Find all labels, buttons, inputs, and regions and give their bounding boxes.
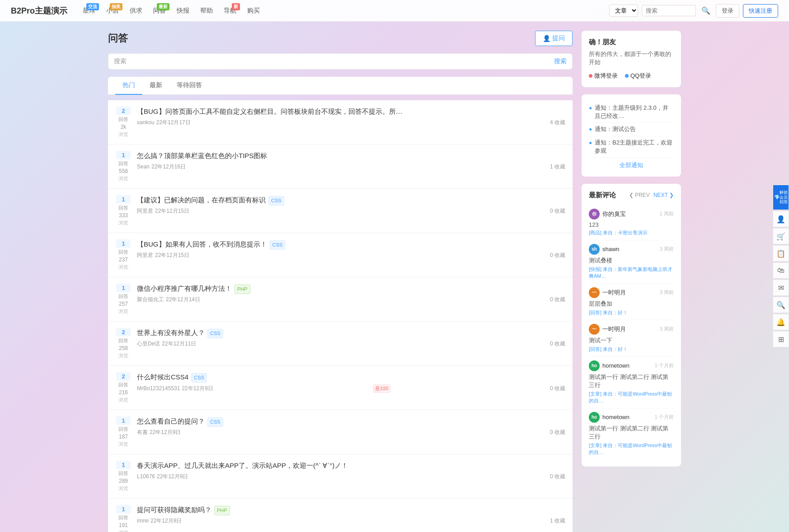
page-header: 问答 👤 提问: [108, 31, 573, 46]
nav-item-shop[interactable]: 小店 抽奖: [102, 5, 123, 17]
table-row: 1 回答 187 浏览 怎么查看自己的提问？CSS 有書 22年12月9日 0 …: [108, 410, 573, 454]
search-edge-icon: 🔍: [776, 301, 785, 309]
comments-next-btn[interactable]: NEXT ❯: [653, 192, 674, 198]
vip-button[interactable]: 💎 解锁会员权限: [773, 185, 789, 210]
avatar: ho: [589, 412, 600, 423]
nav-item-supply[interactable]: 供求: [125, 5, 147, 17]
nav-item-help[interactable]: 帮助: [196, 5, 217, 17]
search-edge-button[interactable]: 🔍: [773, 297, 789, 313]
cart-button[interactable]: 🛒: [773, 228, 789, 244]
q-body: 微信小程序推广有哪几种方法！PHP 聚合猫化工 22年12月14日 0 收藏: [137, 284, 565, 303]
qq-dot-icon: [625, 74, 629, 78]
nav-items: 星球 交流 小店 抽奖 供求 问答 最新 快报 帮助 导航 新 购买: [78, 5, 609, 17]
q-title[interactable]: 怎么搞？顶部菜单栏蓝色红色的小TIPS图标: [137, 151, 565, 161]
comment-user-row: ho hometown 1 个月前: [589, 412, 674, 423]
q-body: 怎么查看自己的提问？CSS 有書 22年12月9日 0 收藏: [137, 416, 565, 436]
nav-item-qa[interactable]: 问答 最新: [149, 5, 170, 17]
vip-icon: 💎: [774, 195, 780, 200]
avatar: 你: [589, 209, 600, 219]
q-stats: 1 回答 289 浏览: [115, 461, 132, 492]
q-title[interactable]: 【BUG】如果有人回答，收不到消息提示！CSS: [137, 239, 565, 250]
top-navigation: B2Pro主题演示 星球 交流 小店 抽奖 供求 问答 最新 快报 帮助 导航 …: [0, 0, 789, 22]
sidebar-motto: 所有的伟大，都源于一个勇敢的开始: [589, 50, 674, 66]
tab-hot[interactable]: 热门: [115, 77, 142, 95]
bag-button[interactable]: 🛍: [773, 262, 789, 279]
comment-source[interactable]: [回答] 来自：好！: [589, 346, 674, 353]
grid-button[interactable]: ⊞: [773, 331, 789, 347]
cart-icon: 🛒: [776, 232, 785, 241]
q-title[interactable]: 什么时候出CSS4CSS: [137, 372, 565, 383]
nav-search-area: 文章 🔍 登录 快速注册: [609, 4, 778, 18]
notice-text: 通知：主题升级到 2.3.0，并且已经改…: [595, 104, 674, 120]
list-item[interactable]: ● 通知：主题升级到 2.3.0，并且已经改…: [589, 102, 674, 123]
q-meta: MrBo1232145531 22年12月9日 悬100 0 收藏: [137, 384, 565, 393]
nav-search-button[interactable]: 🔍: [700, 5, 712, 17]
profile-button[interactable]: 👤: [773, 211, 789, 227]
notice-dot-icon: ●: [589, 105, 592, 111]
table-row: 1 回答 558 浏览 怎么搞？顶部菜单栏蓝色红色的小TIPS图标 Sean 2…: [108, 145, 573, 189]
register-button[interactable]: 快速注册: [743, 4, 778, 18]
q-title[interactable]: 【建议】已解决的问题，在存档页面有标识CSS: [137, 195, 565, 205]
q-title[interactable]: 【BUG】问答页面小工具不能自定义右侧栏目。问答板块前台不现实，回答不提示。所…: [137, 107, 565, 117]
comment-text: 层层叠加: [589, 300, 674, 308]
q-title[interactable]: 世界上有没有外星人？CSS: [137, 328, 565, 338]
page-title: 问答: [108, 32, 128, 45]
weibo-login-btn[interactable]: 微博登录: [589, 72, 618, 80]
nav-item-news[interactable]: 快报: [172, 5, 194, 17]
vip-label: 解锁会员权限: [780, 190, 788, 205]
ask-question-button[interactable]: 👤 提问: [535, 31, 573, 46]
q-stats: 1 回答 191 浏览: [115, 505, 132, 532]
q-tag: PHP: [235, 285, 250, 294]
comment-source[interactable]: [文章] 来自：可能是WordPress中最刨的自…: [589, 442, 674, 456]
qq-login-btn[interactable]: QQ登录: [625, 72, 651, 80]
avatar: 一: [589, 324, 600, 335]
q-title[interactable]: 提问可获得隐藏奖励吗？PHP: [137, 505, 565, 515]
nav-item-help-label: 帮助: [200, 7, 213, 14]
q-answers-count: 2: [116, 372, 131, 381]
q-stats: 1 回答 237 浏览: [115, 239, 132, 271]
social-login: 微博登录 QQ登录: [589, 72, 674, 80]
search-submit[interactable]: 搜索: [554, 57, 567, 65]
q-body: 【建议】已解决的问题，在存档页面有标识CSS 阿里君 22年12月15日 0 收…: [137, 195, 565, 215]
q-title[interactable]: 怎么查看自己的提问？CSS: [137, 416, 565, 427]
q-tag: CSS: [270, 240, 286, 250]
notices-card: ● 通知：主题升级到 2.3.0，并且已经改… ● 通知：测试公告 ● 通知：B…: [582, 94, 681, 177]
q-title[interactable]: 微信小程序推广有哪几种方法！PHP: [137, 284, 565, 294]
nav-item-nav[interactable]: 导航 新: [219, 5, 241, 17]
comment-source[interactable]: [快报] 来自：新年新气象新电脑上班才爽AM…: [589, 266, 674, 280]
q-body: 世界上有没有外星人？CSS 心里De话 22年12月11日 0 收藏: [137, 328, 565, 348]
login-button[interactable]: 登录: [716, 4, 739, 18]
tab-latest[interactable]: 最新: [142, 77, 169, 95]
nav-search-input[interactable]: [642, 5, 696, 16]
refresh-button[interactable]: 🔔: [773, 314, 789, 330]
list-item: ho hometown 1 个月前 测试第一行 测试第二行 测试第三行 [文章]…: [589, 408, 674, 459]
comment-user-row: 一 一时明月 3 周前: [589, 324, 674, 335]
comment-source[interactable]: [回答] 来自：好！: [589, 309, 674, 316]
notice-text: 通知：测试公告: [595, 125, 636, 133]
comment-source[interactable]: [文章] 来自：可能是WordPress中最刨的自…: [589, 391, 674, 404]
nav-item-star[interactable]: 星球 交流: [78, 5, 100, 17]
mail-button[interactable]: ✉: [773, 280, 789, 296]
list-item[interactable]: ● 通知：测试公告: [589, 123, 674, 136]
site-logo: B2Pro主题演示: [11, 5, 67, 16]
nav-item-buy[interactable]: 购买: [243, 5, 264, 17]
nav-search-type[interactable]: 文章: [609, 5, 638, 17]
q-reward: 悬100: [373, 384, 390, 393]
comments-title: 最新评论: [589, 191, 616, 200]
list-item[interactable]: ● 通知：B2主题接近完工，欢迎参观: [589, 136, 674, 158]
q-title[interactable]: 春天演示APP、过几天就出来APP了。演示站APP，欢迎一(^` ∀`°)ノ！: [137, 461, 565, 471]
notice-more-link[interactable]: 全部通知: [589, 161, 674, 169]
list-item: 一 一时明月 3 周前 测试一下 [回答] 来自：好！: [589, 320, 674, 357]
tab-waiting[interactable]: 等待回答: [169, 77, 209, 95]
refresh-icon: 🔔: [776, 318, 785, 327]
table-row: 1 回答 333 浏览 【建议】已解决的问题，在存档页面有标识CSS 阿里君 2…: [108, 189, 573, 233]
comment-user-row: sh shawn 3 周前: [589, 244, 674, 255]
nav-badge-qa: 最新: [157, 3, 169, 10]
comment-user-row: 一 一时明月 3 周前: [589, 287, 674, 298]
clipboard-button[interactable]: 📋: [773, 245, 789, 261]
notice-dot-icon: ●: [589, 140, 592, 146]
comments-prev-btn[interactable]: ❮ PREV: [629, 192, 650, 198]
q-meta: imrei 22年12月8日 1 收藏: [137, 517, 565, 525]
nav-item-buy-label: 购买: [247, 7, 260, 14]
comment-source[interactable]: [商品] 来自：卡密出售演示: [589, 229, 674, 236]
